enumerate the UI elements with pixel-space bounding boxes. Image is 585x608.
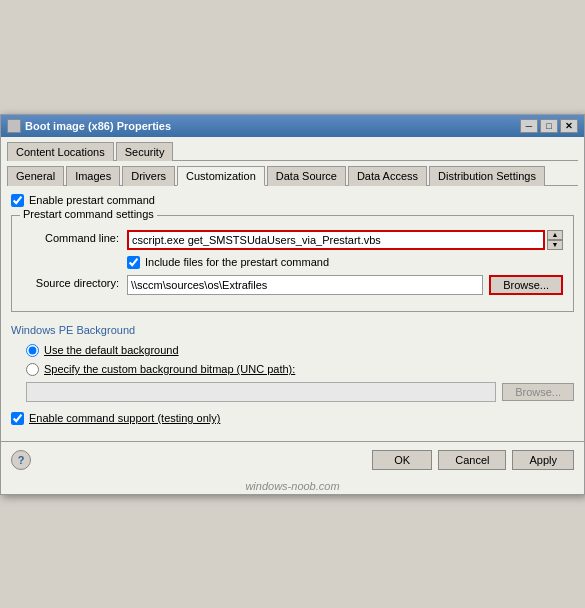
main-window: Boot image (x86) Properties ─ □ ✕ Conten… (0, 114, 585, 495)
bitmap-browse-button[interactable]: Browse... (502, 383, 574, 401)
source-directory-input[interactable] (127, 275, 483, 295)
watermark: windows-noob.com (1, 478, 584, 494)
tab-data-source[interactable]: Data Source (267, 166, 346, 186)
tab-data-access[interactable]: Data Access (348, 166, 427, 186)
source-browse-button[interactable]: Browse... (489, 275, 563, 295)
custom-background-row: Specify the custom background bitmap (UN… (11, 363, 574, 376)
include-files-label[interactable]: Include files for the prestart command (145, 256, 329, 268)
enable-prestart-checkbox[interactable] (11, 194, 24, 207)
pe-background-section: Windows PE Background Use the default ba… (11, 324, 574, 402)
content-area: Enable prestart command Prestart command… (1, 186, 584, 441)
cancel-button[interactable]: Cancel (438, 450, 506, 470)
custom-background-label[interactable]: Specify the custom background bitmap (UN… (44, 363, 295, 375)
command-line-input[interactable] (127, 230, 545, 250)
source-directory-row: Source directory: Browse... (22, 275, 563, 295)
command-support-checkbox[interactable] (11, 412, 24, 425)
prestart-group-title: Prestart command settings (20, 208, 157, 220)
footer: ? OK Cancel Apply (1, 441, 584, 478)
maximize-button[interactable]: □ (540, 119, 558, 133)
command-support-row: Enable command support (testing only) (11, 412, 574, 425)
titlebar: Boot image (x86) Properties ─ □ ✕ (1, 115, 584, 137)
custom-background-radio[interactable] (26, 363, 39, 376)
apply-button[interactable]: Apply (512, 450, 574, 470)
default-background-radio[interactable] (26, 344, 39, 357)
titlebar-left: Boot image (x86) Properties (7, 119, 171, 133)
close-button[interactable]: ✕ (560, 119, 578, 133)
ok-button[interactable]: OK (372, 450, 432, 470)
command-line-field: ▲ ▼ (127, 230, 563, 250)
tab-distribution-settings[interactable]: Distribution Settings (429, 166, 545, 186)
scroll-down[interactable]: ▼ (547, 240, 563, 250)
window-title: Boot image (x86) Properties (25, 120, 171, 132)
titlebar-controls: ─ □ ✕ (520, 119, 578, 133)
command-line-row: Command line: ▲ ▼ (22, 230, 563, 250)
enable-prestart-row: Enable prestart command (11, 194, 574, 207)
source-directory-label: Source directory: (22, 275, 127, 289)
tab-customization[interactable]: Customization (177, 166, 265, 186)
prestart-group-box: Prestart command settings Command line: … (11, 215, 574, 312)
tab-drivers[interactable]: Drivers (122, 166, 175, 186)
command-support-section: Enable command support (testing only) (11, 412, 574, 425)
scroll-up[interactable]: ▲ (547, 230, 563, 240)
footer-buttons: OK Cancel Apply (372, 450, 574, 470)
window-icon (7, 119, 21, 133)
scrollbar: ▲ ▼ (547, 230, 563, 250)
tab-content-locations[interactable]: Content Locations (7, 142, 114, 161)
enable-prestart-label[interactable]: Enable prestart command (29, 194, 155, 206)
tab-general[interactable]: General (7, 166, 64, 186)
include-files-checkbox[interactable] (127, 256, 140, 269)
tab-security[interactable]: Security (116, 142, 174, 161)
help-button[interactable]: ? (11, 450, 31, 470)
bitmap-path-row: Browse... (11, 382, 574, 402)
command-support-label[interactable]: Enable command support (testing only) (29, 412, 220, 424)
tab-images[interactable]: Images (66, 166, 120, 186)
tabs-row-2: General Images Drivers Customization Dat… (1, 161, 584, 185)
default-background-label[interactable]: Use the default background (44, 344, 179, 356)
command-line-label: Command line: (22, 230, 127, 244)
tabs-row-1: Content Locations Security (1, 137, 584, 160)
include-files-row: Include files for the prestart command (22, 256, 563, 269)
minimize-button[interactable]: ─ (520, 119, 538, 133)
default-background-row: Use the default background (11, 344, 574, 357)
pe-background-title: Windows PE Background (11, 324, 574, 336)
bitmap-path-input[interactable] (26, 382, 496, 402)
